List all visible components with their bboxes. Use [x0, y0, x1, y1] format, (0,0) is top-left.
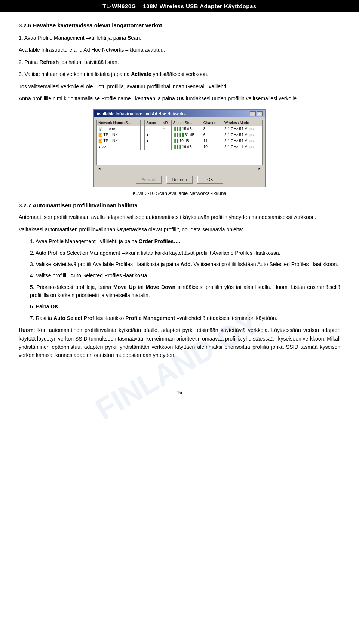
network-signal: ▐▐▐▐ 61 dB	[171, 132, 202, 138]
col-channel: Channel	[202, 120, 223, 126]
network-mode: 2.4 GHz 54 Mbps	[223, 132, 263, 138]
network-super	[145, 126, 161, 132]
network-super: ●	[145, 138, 161, 144]
step-1-bold: Scan.	[128, 35, 141, 41]
network-name: 📶 TP-LINK	[97, 138, 141, 144]
network-signal: ▐▐▐ 19 dB	[171, 144, 202, 150]
profile-mgmt-bold: Profile Management	[125, 315, 175, 321]
network-mode: 2.4 GHz 54 Mbps	[223, 138, 263, 144]
refresh-button[interactable]: Refresh	[166, 176, 193, 184]
dialog-buttons: Activate Refresh OK	[94, 173, 265, 187]
dialog-titlebar-buttons: ? ✕	[250, 111, 263, 116]
figure-caption: Kuva 3-10 Scan Available Networks -ikkun…	[19, 190, 340, 196]
list-item: 1. Avaa Profile Management –välilehti ja…	[30, 237, 340, 245]
intro-1: Automaattisen profiilinvalinnan avulla a…	[19, 213, 340, 221]
activate-button[interactable]: Activate	[136, 176, 162, 184]
network-name: 📶 TP-LINK	[97, 132, 141, 138]
step-3-bold: Refresh	[39, 59, 59, 65]
step-4: Jos valitsemallesi verkolle ei ole luotu…	[19, 82, 340, 91]
dialog-box: Available Infrastructure and Ad Hoc Netw…	[93, 109, 266, 187]
network-name: ➤ zz	[97, 144, 141, 150]
network-xr	[161, 138, 171, 144]
list-item: 2. Auto Profiles Selection Management –i…	[30, 249, 340, 257]
col-mode: Wireless Mode	[223, 120, 263, 126]
network-icon	[141, 126, 145, 132]
note-bold: Huom	[19, 327, 34, 333]
dialog-help-btn[interactable]: ?	[250, 111, 256, 116]
network-icon	[141, 132, 145, 138]
scroll-left-btn[interactable]: ◄	[97, 166, 102, 171]
model-label: TL-WN620G	[102, 3, 136, 9]
dialog-close-btn[interactable]: ✕	[257, 111, 263, 116]
ok-bold: OK.	[50, 303, 60, 309]
move-up-bold: Move Up	[113, 284, 136, 290]
dialog-body: Network Name (S... Super XR Signal Str..…	[94, 117, 265, 173]
step-2: Available Infrastructure and Ad Hoc Netw…	[19, 46, 340, 54]
table-row-empty	[97, 150, 263, 165]
network-channel: 11	[202, 138, 223, 144]
step-1: 1. Avaa Profile Management –välilehti ja…	[19, 34, 340, 42]
list-item: 4. Valitse profiili Auto Selected Profil…	[30, 271, 340, 280]
intro-2: Valitaksesi automaattisen profiilinvalin…	[19, 225, 340, 234]
table-body: 📡 atheros ⇒ ▐▐▐ 15 dB 3 2.4 GHz 54 Mbps …	[97, 126, 263, 165]
network-channel: 10	[202, 144, 223, 150]
network-channel: 3	[202, 126, 223, 132]
network-super	[145, 144, 161, 150]
col-icon	[141, 120, 145, 126]
page-number: - 16 -	[174, 390, 185, 395]
col-super: Super	[145, 120, 161, 126]
add-bold: Add.	[181, 261, 192, 267]
network-mode: 2.4 GHz 11 Mbps	[223, 144, 263, 150]
ok-button[interactable]: OK	[197, 176, 223, 184]
table-row[interactable]: 📡 atheros ⇒ ▐▐▐ 15 dB 3 2.4 GHz 54 Mbps	[97, 126, 263, 132]
dialog-titlebar: Available Infrastructure and Ad Hoc Netw…	[94, 110, 265, 117]
col-name: Network Name (S...	[97, 120, 141, 126]
list-item: 3. Valitse käytettävä profiili Available…	[30, 260, 340, 268]
note-paragraph: Huom: Kun automaattinen profiilinvalinta…	[19, 326, 340, 360]
page-header: TL-WN620G 108M Wireless USB Adapter Käyt…	[0, 0, 359, 12]
network-xr: ⇒	[161, 126, 171, 132]
step-3: 3. Valitse haluamasi verkon nimi listalt…	[19, 70, 340, 78]
section-3-2-7-title: 3.2.7 Automaattisen profiilinvalinnan ha…	[19, 202, 340, 208]
table-row[interactable]: ➤ zz ▐▐▐ 19 dB 10 2.4 GHz 11 Mbps	[97, 144, 263, 150]
col-signal: Signal Str...	[171, 120, 202, 126]
table-header: Network Name (S... Super XR Signal Str..…	[97, 120, 263, 126]
move-down-bold: Move Down	[146, 284, 176, 290]
order-profiles-bold: Order Profiles….	[139, 238, 180, 244]
step-6-bold: OK	[177, 95, 184, 101]
col-xr: XR	[161, 120, 171, 126]
step-4-bold: Activate	[131, 71, 151, 77]
network-name: 📡 atheros	[97, 126, 141, 132]
network-table: Network Name (S... Super XR Signal Str..…	[96, 120, 263, 165]
network-xr	[161, 132, 171, 138]
network-icon	[141, 138, 145, 144]
table-row[interactable]: 📶 TP-LINK ● ▐▐ 10 dB 11 2.4 GHz 54 Mbps	[97, 138, 263, 144]
list-item: 6. Paina OK.	[30, 302, 340, 311]
network-super: ●	[145, 132, 161, 138]
network-signal: ▐▐ 10 dB	[171, 138, 202, 144]
step-2-part: 2. Paina Refresh jos haluat päivittää li…	[19, 58, 340, 66]
scrollbar-row: ◄ ►	[96, 166, 263, 171]
page-footer: - 16 -	[0, 390, 359, 399]
network-channel: 6	[202, 132, 223, 138]
page-title: 108M Wireless USB Adapter Käyttöopas	[143, 3, 256, 9]
auto-select-bold: Auto Select Profiles	[53, 315, 103, 321]
table-row[interactable]: 📶 TP-LINK ● ▐▐▐▐ 61 dB 6 2.4 GHz 54 Mbps	[97, 132, 263, 138]
network-signal: ▐▐▐ 15 dB	[171, 126, 202, 132]
list-item: 7. Rastita Auto Select Profiles -laatikk…	[30, 314, 340, 322]
section-3-2-6-title: 3.2.6 Havaitse käytettävissä olevat lang…	[19, 22, 340, 28]
network-icon	[141, 144, 145, 150]
network-mode: 2.4 GHz 54 Mbps	[223, 126, 263, 132]
list-item: 5. Priorisoidaksesi profiileja, paina Mo…	[30, 283, 340, 300]
scroll-right-btn[interactable]: ►	[257, 166, 262, 171]
network-xr	[161, 144, 171, 150]
dialog-title: Available Infrastructure and Ad Hoc Netw…	[96, 112, 186, 116]
step-5: Anna profiilille nimi kirjoittamalla se …	[19, 94, 340, 103]
watermark: FINLAND OY	[90, 306, 265, 427]
dialog-screenshot: Available Infrastructure and Ad Hoc Netw…	[19, 109, 340, 187]
scrollbar[interactable]	[102, 166, 257, 171]
